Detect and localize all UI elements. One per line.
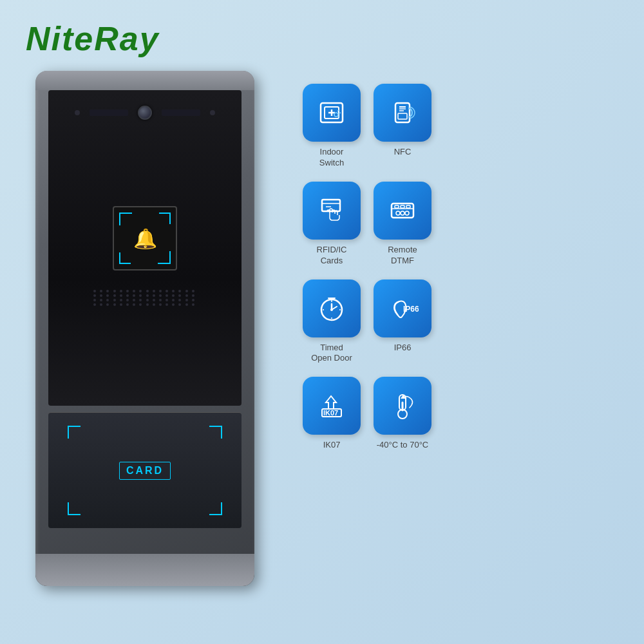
indoor-switch-icon-box	[303, 84, 361, 142]
ip66-label: IP66	[394, 343, 412, 354]
features-grid: IndoorSwitch NFC	[303, 84, 431, 462]
ip66-icon: IP66	[386, 292, 419, 325]
card-label: CARD	[119, 462, 171, 480]
feature-indoor-switch: IndoorSwitch	[303, 84, 361, 169]
feature-nfc: NFC	[374, 84, 431, 169]
device-top-frame	[35, 71, 254, 90]
svg-rect-18	[395, 205, 399, 208]
main-content: 🔔	[26, 71, 618, 625]
temp-icon	[386, 390, 419, 422]
temp-label: -40°C to 70°C	[377, 440, 429, 451]
remote-dtmf-icon-box	[374, 182, 431, 240]
face-display: 🔔	[113, 206, 177, 270]
face-bracket-tr	[159, 213, 171, 224]
device-outer: 🔔	[35, 71, 254, 586]
camera-lens	[138, 106, 152, 120]
svg-rect-13	[322, 200, 340, 211]
nfc-label: NFC	[394, 147, 412, 158]
svg-text:IK07: IK07	[323, 409, 338, 417]
ip66-icon-box: IP66	[374, 279, 431, 337]
svg-rect-19	[401, 205, 404, 208]
timed-door-icon-box	[303, 279, 361, 337]
indoor-switch-icon	[316, 97, 348, 129]
nfc-icon	[386, 97, 419, 129]
card-reader: CARD	[48, 412, 242, 528]
face-bracket-bl	[119, 252, 131, 264]
timed-door-label: TimedOpen Door	[311, 343, 352, 365]
rfid-icon	[316, 194, 348, 227]
ik07-icon: IK07	[316, 390, 348, 422]
indoor-switch-label: IndoorSwitch	[319, 147, 344, 169]
feature-ip66: IP66 IP66	[374, 279, 431, 365]
bell-icon: 🔔	[133, 227, 157, 250]
svg-rect-12	[398, 113, 407, 119]
rfid-icon-box	[303, 182, 361, 240]
remote-dtmf-icon	[386, 194, 419, 227]
feature-remote-dtmf: RemoteDTMF	[374, 182, 431, 267]
ir-bar-2	[162, 109, 200, 116]
brand-name: NiteRay	[26, 20, 160, 57]
remote-dtmf-label: RemoteDTMF	[388, 245, 417, 267]
svg-rect-20	[406, 205, 410, 208]
device-container: 🔔	[26, 71, 264, 599]
feature-temp: -40°C to 70°C	[374, 377, 431, 462]
svg-text:IP66: IP66	[403, 305, 419, 314]
speaker-grille	[93, 290, 196, 306]
sensor-dot	[75, 110, 80, 115]
logo: NiteRay	[26, 19, 160, 58]
svg-line-6	[339, 113, 341, 113]
timer-icon	[316, 292, 348, 325]
nfc-icon-box	[374, 84, 431, 142]
device-bottom-strip	[35, 554, 254, 586]
sensor-dot-2	[210, 110, 215, 115]
feature-rfid: RFID/ICCards	[303, 182, 361, 267]
svg-point-23	[405, 211, 409, 215]
page-wrapper: NiteRay	[0, 0, 644, 644]
svg-point-21	[396, 211, 400, 215]
temp-icon-box	[374, 377, 431, 435]
camera-bar	[48, 90, 242, 129]
device-screen: 🔔	[48, 90, 242, 406]
feature-ik07: IK07 IK07	[303, 377, 361, 462]
svg-point-29	[330, 308, 333, 311]
ik07-label: IK07	[323, 440, 341, 451]
rfid-label: RFID/ICCards	[317, 245, 347, 267]
feature-timed-door: TimedOpen Door	[303, 279, 361, 365]
ir-bar	[90, 109, 128, 116]
svg-point-22	[401, 211, 404, 215]
ik07-icon-box: IK07	[303, 377, 361, 435]
